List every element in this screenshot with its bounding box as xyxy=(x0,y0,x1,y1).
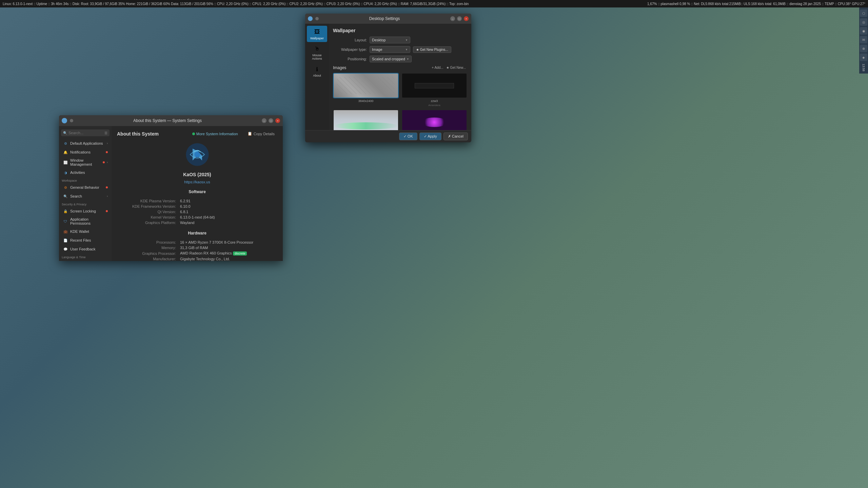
right-panel-icon-1[interactable]: ⬡ xyxy=(860,9,867,17)
right-panel: ⬡ ◎ ◉ ✉ ⊕ ◈ 13:58 xyxy=(859,7,868,74)
sidebar-item-screen-locking[interactable]: 🔒 Screen Locking xyxy=(60,207,111,216)
wallpaper-type-select[interactable]: Image ▼ xyxy=(370,46,410,53)
about-titlebar: About this System — System Settings – □ … xyxy=(59,115,283,126)
copy-details-button[interactable]: 📋 Copy Details xyxy=(245,130,277,137)
copy-details-label: Copy Details xyxy=(254,132,275,136)
positioning-row: Positioning: Scaled and cropped ▼ xyxy=(333,56,467,62)
table-row: Qt Version: 6.8.1 xyxy=(117,209,277,215)
layout-select[interactable]: Desktop ▼ xyxy=(370,37,410,43)
wallpaper-type-value: Image xyxy=(372,47,382,52)
copy-icon: 📋 xyxy=(248,131,252,136)
images-label: Images xyxy=(333,65,430,70)
ds-minimize-button[interactable]: – xyxy=(450,16,455,21)
hardware-info-table: Processors: 16 × AMD Ryzen 7 3700X 8-Cor… xyxy=(117,240,277,261)
kaos-logo-container xyxy=(185,143,209,168)
sidebar-item-kde-wallet[interactable]: 💼 KDE Wallet xyxy=(60,227,111,236)
right-panel-icon-6[interactable]: ◈ xyxy=(860,54,867,61)
sidebar-item-default-applications[interactable]: ⚙ Default Applications › xyxy=(60,139,111,148)
application-permissions-icon: 🛡 xyxy=(63,219,68,224)
about-close-button[interactable]: × xyxy=(275,118,280,123)
main-header: About this System More System Informatio… xyxy=(117,130,277,137)
wallpaper-thumb-0 xyxy=(333,73,399,98)
about-maximize-button[interactable]: □ xyxy=(269,118,273,123)
recent-files-icon: 📄 xyxy=(63,238,68,243)
sidebar-item-general-behavior[interactable]: ⚙ General Behavior xyxy=(60,183,111,192)
add-wallpaper-button[interactable]: + Add... xyxy=(430,65,445,70)
ds-sidebar-about-label: About xyxy=(313,74,321,77)
about-minimize-button[interactable]: – xyxy=(262,118,267,123)
main-content: About this System More System Informatio… xyxy=(112,126,283,261)
default-applications-icon: ⚙ xyxy=(63,141,68,146)
desktop-settings-footer: ✓ OK ✓ Apply ✗ Cancel xyxy=(305,130,471,142)
sidebar-item-region-language[interactable]: 🌐 Region & Language xyxy=(60,260,111,261)
ok-button[interactable]: ✓ OK xyxy=(399,133,417,140)
positioning-select[interactable]: Scaled and cropped ▼ xyxy=(370,56,412,62)
sidebar-notifications-label: Notifications xyxy=(70,150,104,154)
table-row: Memory: 31,3 GiB of RAM xyxy=(117,245,277,250)
wallpaper-wave-art xyxy=(334,110,398,130)
wallpaper-item-1[interactable]: zzw3 Arrandera xyxy=(401,73,467,107)
ds-sidebar-mouse-label: Mouse Actions xyxy=(308,54,326,60)
menu-icon[interactable]: ☰ xyxy=(104,131,107,135)
sidebar-item-activities[interactable]: ◑ Activities xyxy=(60,168,111,177)
sidebar-kde-wallet-label: KDE Wallet xyxy=(70,229,108,233)
software-section-title: Software xyxy=(189,189,206,194)
desktop-settings-body: 🖼 Wallpaper 🖱 Mouse Actions ℹ About Wall… xyxy=(305,24,471,130)
right-panel-icon-2[interactable]: ◎ xyxy=(860,18,867,26)
table-row: KDE Plasma Version: 6.2.91 xyxy=(117,198,277,204)
wallpaper-item-2[interactable] xyxy=(333,109,399,130)
sidebar-activities-label: Activities xyxy=(70,170,108,175)
search-bar[interactable]: 🔍 ☰ xyxy=(61,129,110,136)
processors-label: Processors: xyxy=(117,240,178,245)
desktop-settings-sidebar: 🖼 Wallpaper 🖱 Mouse Actions ℹ About xyxy=(305,24,329,130)
sidebar-item-notifications[interactable]: 🔔 Notifications xyxy=(60,148,111,157)
wallpaper-type-row: Wallpaper type: Image ▼ ★ Get New Plugin… xyxy=(333,46,467,53)
sidebar-item-window-management[interactable]: ⬜ Window Management › xyxy=(60,157,111,168)
ds-close-button[interactable]: × xyxy=(464,16,469,21)
sidebar-recent-files-label: Recent Files xyxy=(70,238,108,242)
positioning-chevron-icon: ▼ xyxy=(407,58,409,61)
ds-pin-icon xyxy=(315,17,319,20)
screen-locking-icon: 🔒 xyxy=(63,208,68,214)
qt-label: Qt Version: xyxy=(117,209,178,215)
layout-label: Layout: xyxy=(333,38,367,42)
kde-wallet-icon: 💼 xyxy=(63,229,68,234)
window-management-icon: ⬜ xyxy=(63,160,68,165)
right-panel-icon-5[interactable]: ⊕ xyxy=(860,45,867,52)
discrete-badge: discrete xyxy=(233,251,247,256)
activities-icon: ◑ xyxy=(63,170,68,175)
ds-sidebar-item-about[interactable]: ℹ About xyxy=(307,63,327,79)
get-new-wallpaper-button[interactable]: ★ Get New... xyxy=(445,65,467,70)
about-window: About this System — System Settings – □ … xyxy=(59,115,283,261)
get-new-plugins-button[interactable]: ★ Get New Plugins... xyxy=(413,46,451,53)
search-chevron-icon: › xyxy=(107,195,108,198)
cancel-button[interactable]: ✗ Cancel xyxy=(443,133,468,140)
clock: 13:58 xyxy=(862,64,865,72)
graphics-processor-label: Graphics Processor: xyxy=(117,250,178,256)
wallpaper-label-0: 3840x2400 xyxy=(358,99,374,103)
ds-sidebar-item-mouse-actions[interactable]: 🖱 Mouse Actions xyxy=(307,43,327,62)
right-panel-icon-4[interactable]: ✉ xyxy=(860,36,867,43)
sidebar-item-application-permissions[interactable]: 🛡 Application Permissions xyxy=(60,216,111,227)
sidebar-screen-locking-label: Screen Locking xyxy=(70,209,104,213)
search-input[interactable] xyxy=(68,131,103,135)
wallpaper-item-3[interactable] xyxy=(401,109,467,130)
sidebar-item-recent-files[interactable]: 📄 Recent Files xyxy=(60,236,111,245)
ds-maximize-button[interactable]: □ xyxy=(457,16,462,21)
wallpaper-purple-art xyxy=(402,110,467,130)
search-item-icon: 🔍 xyxy=(63,194,68,199)
apply-button[interactable]: ✓ Apply xyxy=(419,133,441,140)
sidebar-user-feedback-label: User Feedback xyxy=(70,247,108,251)
manufacturer-value: Gigabyte Technology Co., Ltd. xyxy=(178,256,277,261)
sidebar-search-label: Search xyxy=(70,194,105,198)
graphics-platform-value: Wayland xyxy=(178,220,277,225)
right-panel-icon-3[interactable]: ◉ xyxy=(860,27,867,35)
wallpaper-item-0[interactable]: 3840x2400 xyxy=(333,73,399,107)
layout-row: Layout: Desktop ▼ xyxy=(333,37,467,43)
more-system-info-button[interactable]: More System Information xyxy=(190,130,241,137)
kaos-url-link[interactable]: https://kaosx.us xyxy=(184,180,210,184)
sidebar-item-user-feedback[interactable]: 💬 User Feedback xyxy=(60,245,111,253)
status-bar: Linux: 6.13.0-1-next :: Uptime :: 3h 46m… xyxy=(0,0,868,7)
ds-sidebar-item-wallpaper[interactable]: 🖼 Wallpaper xyxy=(307,26,327,42)
sidebar-item-search[interactable]: 🔍 Search › xyxy=(60,192,111,201)
